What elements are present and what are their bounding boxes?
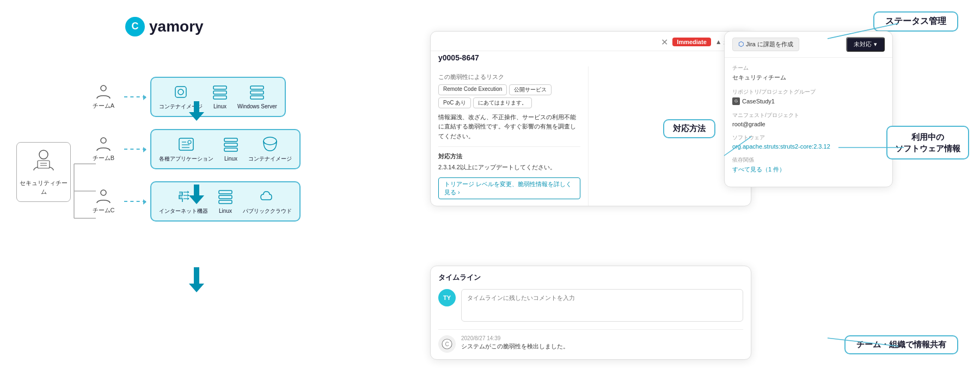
timeline-title: タイムライン (438, 273, 743, 282)
svg-point-10 (178, 89, 183, 95)
team-c-person: チームC (87, 188, 120, 214)
team-a-linux: Linux (211, 84, 229, 109)
risk-tag-4: にあてはまります。 (473, 97, 532, 108)
callout-status-mgmt: ステータス管理 (873, 11, 958, 32)
callout-software-line1: 利用中の (895, 131, 960, 143)
logo-icon: C (125, 17, 145, 36)
team-c-item1-label: インターネット機器 (159, 207, 208, 215)
vulnerability-panel: ✕ Immediate ▲ 未対応 y0005-8647 この脆弱性によるリスク… (430, 31, 751, 206)
team-b-linux: Linux (222, 136, 240, 162)
repo-label: リポジトリ/プロジェクトグループ (732, 88, 885, 96)
team-c-label: チームC (93, 206, 115, 214)
team-b-item1-label: 各種アプリケーション (159, 155, 213, 163)
security-team-box: セキュリティチーム (16, 142, 71, 202)
security-person-icon (31, 148, 56, 177)
timeline-entry-time: 2020/8/27 14:39 (461, 335, 743, 341)
right-area: ステータス管理 ✕ Immediate ▲ 未対応 y0005-8647 この脆… (430, 11, 964, 376)
timeline-panel: タイムライン TY C 2020/8/27 14:39 システムがこの脆弱性を検… (430, 266, 751, 360)
software-label: ソフトウェア (732, 134, 885, 142)
risk-section-title: この脆弱性によるリスク (438, 73, 580, 81)
callout-software-info: 利用中の ソフトウェア情報 (886, 126, 969, 159)
response-method-label: 対応方法 (438, 152, 580, 161)
team-b-container: コンテナイメージ (248, 136, 292, 163)
manifest-label: マニフェスト/プロジェクト (732, 112, 885, 119)
risk-tag-3: PoC あり (438, 97, 471, 108)
team-b-row: チームB 各種アプリケーション (87, 129, 301, 169)
response-text: 2.3.14.2以上にアップデートしてください。 (438, 163, 580, 172)
svg-rect-1 (38, 161, 50, 168)
dependency-value[interactable]: すべて見る（1 件） (732, 165, 885, 174)
logo-text: yamory (149, 18, 204, 35)
timeline-input[interactable] (461, 289, 743, 322)
svg-rect-14 (250, 86, 264, 89)
close-button[interactable]: ✕ (661, 37, 668, 47)
team-a-windows: Windows Server (237, 84, 277, 109)
timeline-entry-text: システムがこの脆弱性を検出しました。 (461, 342, 743, 351)
jira-button[interactable]: ⬡ Jira に課題を作成 (732, 38, 799, 51)
svg-point-0 (39, 150, 48, 159)
repo-item: G CaseStudy1 (732, 97, 885, 105)
team-b-person: チームB (87, 136, 120, 162)
svg-rect-25 (224, 148, 237, 151)
team-c-cloud: パブリッククラウド (243, 188, 292, 215)
team-section: チーム セキュリティチーム (732, 64, 885, 82)
security-team-label: セキュリティチーム (17, 179, 70, 196)
software-section: ソフトウェア org.apache.struts:struts2-core:2.… (732, 134, 885, 150)
svg-point-26 (264, 137, 277, 145)
team-value: セキュリティチーム (732, 73, 885, 82)
team-c-linux: Linux (217, 188, 234, 214)
timeline-entry-content: 2020/8/27 14:39 システムがこの脆弱性を検出しました。 (461, 335, 743, 351)
repo-icon: G (732, 97, 740, 105)
timeline-input-row: TY (438, 289, 743, 322)
flow-arrow-2 (189, 185, 204, 204)
svg-rect-35 (219, 200, 232, 204)
team-a-person: チームA (87, 83, 120, 110)
yamory-avatar: C (438, 335, 456, 353)
user-avatar: TY (438, 289, 456, 306)
svg-rect-33 (219, 191, 232, 194)
status-unhandled-button[interactable]: 未対応 ▾ (846, 37, 885, 52)
repo-value: CaseStudy1 (742, 98, 775, 105)
vuln-id: y0005-8647 (431, 51, 751, 66)
dependency-section: 依存関係 すべて見る（1 件） (732, 156, 885, 174)
svg-rect-18 (179, 138, 193, 150)
svg-rect-16 (250, 96, 264, 99)
svg-rect-12 (213, 91, 226, 94)
yamory-logo: C yamory (125, 17, 204, 36)
callout-share-text: チーム・組織で情報共有 (856, 340, 946, 349)
risk-description: 情報漏洩、改ざん、不正操作、サービスの利用不能に直結する脆弱性です。今すぐ影響の… (438, 113, 580, 142)
software-value[interactable]: org.apache.struts:struts2-core:2.3.12 (732, 143, 885, 150)
team-c-item3: パブリッククラウド (243, 207, 292, 215)
team-label: チーム (732, 64, 885, 72)
dependency-label: 依存関係 (732, 156, 885, 164)
team-a-label: チームA (93, 102, 114, 110)
badge-immediate: Immediate (672, 38, 710, 46)
callout-response-text: 対応方法 (673, 124, 706, 133)
team-a-arrow (124, 96, 146, 97)
svg-rect-15 (250, 91, 264, 94)
team-a-box: コンテナイメージ Linux Windows (150, 77, 286, 117)
diagram-area: C yamory セキュリティチーム (16, 11, 430, 376)
svg-rect-23 (224, 138, 237, 142)
manifest-section: マニフェスト/プロジェクト root@gradle (732, 112, 885, 127)
risk-tags: Remote Code Execution 公開サービス PoC あり にあては… (438, 84, 580, 108)
flow-arrow-3 (189, 267, 204, 292)
team-a-item3: Windows Server (237, 103, 277, 109)
svg-rect-11 (213, 86, 226, 89)
dropdown-icon: ▾ (874, 41, 877, 48)
team-b-label: チームB (93, 154, 114, 162)
right-panel-body: チーム セキュリティチーム リポジトリ/プロジェクトグループ G CaseStu… (725, 58, 892, 187)
risk-tag-1: Remote Code Execution (438, 84, 507, 95)
svg-rect-9 (175, 87, 186, 97)
timeline-entry: C 2020/8/27 14:39 システムがこの脆弱性を検出しました。 (438, 329, 743, 353)
avatar-initials: TY (443, 294, 451, 301)
team-c-arrow (124, 201, 146, 202)
team-b-item3: コンテナイメージ (248, 155, 292, 163)
callout-response-method: 対応方法 (663, 119, 715, 138)
triage-link[interactable]: トリアージ レベルを変更、脆弱性情報を詳しく見る › (438, 177, 580, 199)
vuln-header: ✕ Immediate ▲ 未対応 (431, 32, 751, 51)
right-panel-header: ⬡ Jira に課題を作成 未対応 ▾ (725, 32, 892, 58)
team-b-item1: 各種アプリケーション (159, 136, 213, 163)
status-label: 未対応 (854, 40, 872, 48)
svg-point-27 (101, 190, 106, 195)
